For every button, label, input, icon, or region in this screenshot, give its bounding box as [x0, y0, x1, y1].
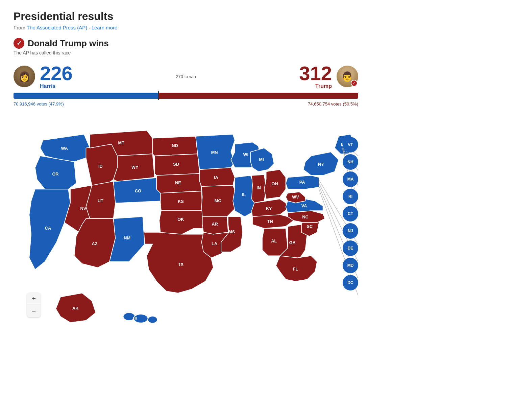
- trump-bar: [158, 93, 358, 99]
- source-line: From The Associated Press (AP) · Learn m…: [14, 25, 358, 30]
- winner-check-icon: ✓: [14, 38, 24, 49]
- votes-row: 70,916,946 votes (47.9%) 74,650,754 vote…: [14, 101, 358, 107]
- state-mi[interactable]: [250, 148, 274, 172]
- state-nh-bubble[interactable]: NH: [343, 154, 358, 170]
- state-dc-bubble[interactable]: DC: [343, 275, 358, 290]
- state-id[interactable]: [86, 144, 117, 185]
- state-nd[interactable]: [152, 136, 197, 156]
- state-wv[interactable]: [286, 192, 305, 203]
- state-hi-3[interactable]: [148, 316, 157, 323]
- state-ia[interactable]: [200, 168, 235, 187]
- avatar-harris: 👩: [14, 66, 35, 87]
- state-wy[interactable]: [114, 154, 155, 181]
- state-ca[interactable]: [29, 189, 70, 270]
- small-states-panel: VT NH MA RI CT NJ DE MD DC: [343, 137, 358, 290]
- candidate-trump: 👨 ✓ 312 Trump: [299, 64, 358, 89]
- harris-bar: [14, 93, 158, 99]
- vote-bar: [14, 93, 358, 99]
- state-nj-bubble[interactable]: NJ: [343, 223, 358, 239]
- state-vt-bubble[interactable]: VT: [343, 137, 358, 153]
- state-md-bubble[interactable]: MD: [343, 258, 358, 273]
- state-ma-bubble[interactable]: MA: [343, 171, 358, 187]
- harris-votes: 70,916,946 votes (47.9%): [14, 101, 64, 107]
- threshold-marker: [158, 91, 159, 100]
- winner-banner: ✓ Donald Trump wins: [14, 38, 358, 49]
- state-mo[interactable]: [201, 185, 236, 219]
- state-fl[interactable]: [276, 256, 317, 281]
- state-ct-bubble[interactable]: CT: [343, 206, 358, 221]
- zoom-in-button[interactable]: +: [27, 293, 41, 305]
- candidates-row: 👩 226 Harris 270 to win 👨 ✓ 312 Trump: [14, 64, 358, 89]
- ap-source-link[interactable]: The Associated Press (AP): [27, 25, 87, 30]
- state-oh[interactable]: [264, 169, 286, 199]
- learn-more-link[interactable]: Learn more: [92, 25, 118, 30]
- candidate-harris: 👩 226 Harris: [14, 64, 73, 89]
- state-ne[interactable]: [156, 173, 201, 193]
- zoom-controls: + −: [27, 293, 41, 317]
- state-mn[interactable]: [196, 134, 235, 169]
- state-de-bubble[interactable]: DE: [343, 240, 358, 256]
- state-ri-bubble[interactable]: RI: [343, 189, 358, 204]
- state-ny[interactable]: [303, 152, 339, 176]
- state-hi-1[interactable]: [123, 313, 135, 321]
- state-hi-2[interactable]: [134, 314, 148, 323]
- trump-winner-badge: ✓: [351, 80, 358, 87]
- state-or[interactable]: [35, 156, 76, 189]
- page-title: Presidential results: [14, 10, 358, 23]
- map-section: WA OR CA NV ID MT WY UT AZ CO NM ND: [14, 117, 358, 337]
- state-ok[interactable]: [159, 211, 203, 234]
- us-map-svg: WA OR CA NV ID MT WY UT AZ CO NM ND: [14, 117, 358, 336]
- ap-called-text: The AP has called this race: [14, 50, 358, 55]
- state-ar[interactable]: [202, 217, 228, 234]
- state-ks[interactable]: [161, 191, 202, 211]
- trump-votes: 74,650,754 votes (50.5%): [308, 101, 358, 107]
- trump-ec-votes: 312: [299, 64, 332, 83]
- state-ak[interactable]: [56, 293, 96, 323]
- harris-ec-votes: 226: [40, 64, 73, 83]
- threshold-label: 270 to win: [176, 74, 196, 79]
- state-pa[interactable]: [286, 176, 319, 189]
- state-co[interactable]: [114, 178, 163, 203]
- state-sd[interactable]: [154, 154, 199, 176]
- zoom-out-button[interactable]: −: [27, 305, 41, 317]
